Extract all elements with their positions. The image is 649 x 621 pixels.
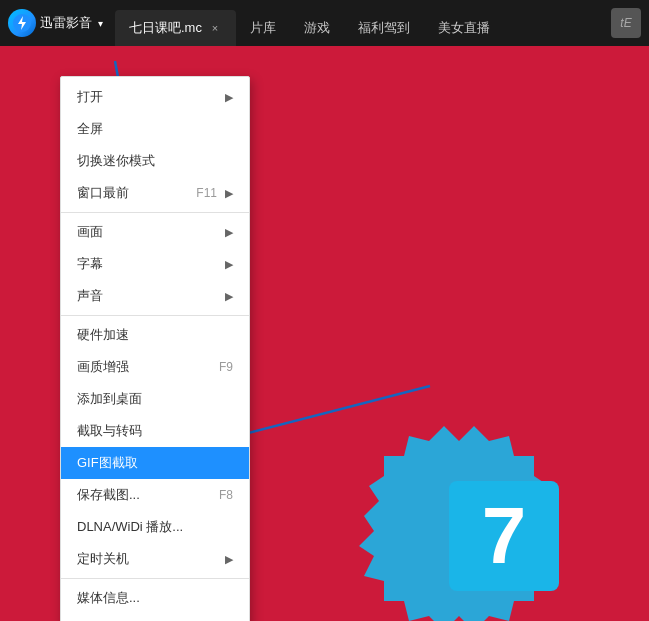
- top-right-area: tE: [611, 0, 649, 46]
- menu-label: 添加到桌面: [77, 390, 142, 408]
- tab-fulidao[interactable]: 福利驾到: [344, 10, 424, 46]
- tab-label: 片库: [250, 19, 276, 37]
- app-logo-button[interactable]: 迅雷影音 ▾: [0, 0, 111, 46]
- menu-label: 定时关机: [77, 550, 129, 568]
- tab-meinu[interactable]: 美女直播: [424, 10, 504, 46]
- menu-label: 窗口最前: [77, 184, 129, 202]
- menu-label: 画质增强: [77, 358, 129, 376]
- menu-label: 保存截图...: [77, 486, 140, 504]
- menu-item-dlna[interactable]: DLNA/WiDi 播放...: [61, 511, 249, 543]
- menu-label: 硬件加速: [77, 326, 129, 344]
- tab-label: 福利驾到: [358, 19, 410, 37]
- menu-item-hwaccel[interactable]: 硬件加速: [61, 319, 249, 351]
- menu-item-capture-transcode[interactable]: 截取与转码: [61, 415, 249, 447]
- menu-label: 全屏: [77, 120, 103, 138]
- menu-item-enhance[interactable]: 画质增强 F9: [61, 351, 249, 383]
- menu-label: 打开: [77, 88, 103, 106]
- submenu-arrow: ▶: [225, 553, 233, 566]
- menu-label: 画面: [77, 223, 103, 241]
- menu-shortcut: F11: [196, 186, 217, 200]
- tab-label: 七日课吧.mc: [129, 19, 202, 37]
- title-bar: 迅雷影音 ▾ 七日课吧.mc × 片库 游戏 福利驾到 美女直播 tE: [0, 0, 649, 46]
- menu-separator: [61, 315, 249, 316]
- menu-item-gif-capture[interactable]: GIF图截取: [61, 447, 249, 479]
- menu-shortcut: F8: [219, 488, 233, 502]
- menu-item-picture[interactable]: 画面 ▶: [61, 216, 249, 248]
- app-logo-icon: [8, 9, 36, 37]
- menu-shortcut: F9: [219, 360, 233, 374]
- tab-label: 美女直播: [438, 19, 490, 37]
- tab-pianku[interactable]: 片库: [236, 10, 290, 46]
- menu-label: 字幕: [77, 255, 103, 273]
- tab-bar: 七日课吧.mc × 片库 游戏 福利驾到 美女直播: [115, 0, 504, 46]
- app-menu-arrow: ▾: [98, 18, 103, 29]
- menu-label: DLNA/WiDi 播放...: [77, 518, 183, 536]
- thunder-icon: [13, 14, 31, 32]
- menu-label: 媒体信息...: [77, 589, 140, 607]
- menu-item-subtitle[interactable]: 字幕 ▶: [61, 248, 249, 280]
- user-avatar[interactable]: tE: [611, 8, 641, 38]
- submenu-arrow: ▶: [225, 258, 233, 271]
- menu-item-fullscreen[interactable]: 全屏: [61, 113, 249, 145]
- menu-item-settings[interactable]: 设置...: [61, 614, 249, 621]
- number-seven-display: 7: [449, 481, 559, 591]
- menu-item-audio[interactable]: 声音 ▶: [61, 280, 249, 312]
- submenu-arrow: ▶: [225, 290, 233, 303]
- tab-qirikeba[interactable]: 七日课吧.mc ×: [115, 10, 236, 46]
- menu-separator: [61, 578, 249, 579]
- submenu-arrow: ▶: [225, 226, 233, 239]
- menu-item-timer-shutdown[interactable]: 定时关机 ▶: [61, 543, 249, 575]
- context-menu: 打开 ▶ 全屏 切换迷你模式 窗口最前 F11 ▶ 画面 ▶ 字幕 ▶: [60, 76, 250, 621]
- menu-label: 切换迷你模式: [77, 152, 155, 170]
- tab-close-button[interactable]: ×: [208, 21, 222, 35]
- tab-label: 游戏: [304, 19, 330, 37]
- menu-item-open[interactable]: 打开 ▶: [61, 81, 249, 113]
- submenu-arrow: ▶: [225, 91, 233, 104]
- submenu-arrow: ▶: [225, 187, 233, 200]
- menu-item-save-screenshot[interactable]: 保存截图... F8: [61, 479, 249, 511]
- app-name-label: 迅雷影音: [40, 14, 92, 32]
- menu-label: 声音: [77, 287, 103, 305]
- menu-item-media-info[interactable]: 媒体信息...: [61, 582, 249, 614]
- main-content: 7 打开 ▶ 全屏 切换迷你模式: [0, 46, 649, 621]
- menu-item-topwindow[interactable]: 窗口最前 F11 ▶: [61, 177, 249, 209]
- menu-item-minimode[interactable]: 切换迷你模式: [61, 145, 249, 177]
- menu-separator: [61, 212, 249, 213]
- menu-item-adddesktop[interactable]: 添加到桌面: [61, 383, 249, 415]
- menu-label: 截取与转码: [77, 422, 142, 440]
- tab-youxi[interactable]: 游戏: [290, 10, 344, 46]
- menu-label: GIF图截取: [77, 454, 138, 472]
